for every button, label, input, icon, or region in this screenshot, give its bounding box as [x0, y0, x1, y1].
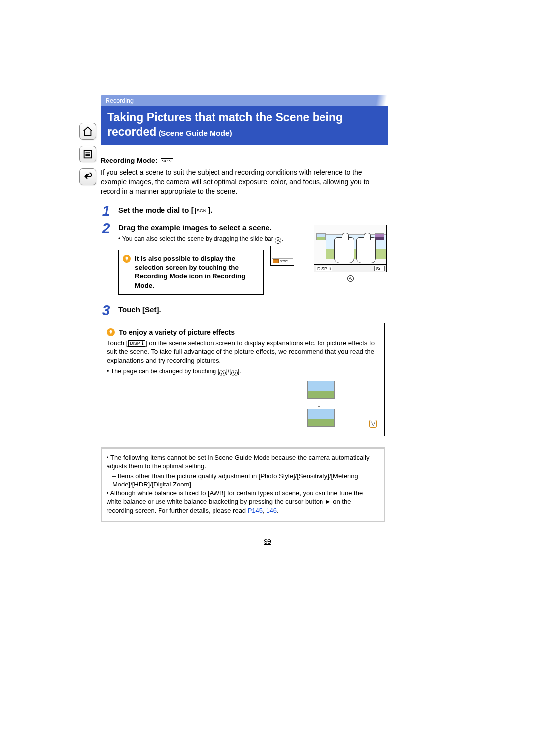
page-link[interactable]: P145: [248, 507, 263, 514]
effects-title: To enjoy a variety of picture effects: [119, 328, 235, 337]
illustration-caption: A: [314, 274, 387, 282]
step-1-title: Set the mode dial to [SCN].: [118, 205, 385, 215]
home-icon[interactable]: [79, 123, 96, 140]
effects-text-b: ] on the scene selection screen to displ…: [107, 339, 374, 365]
callout-a-icon: A: [275, 237, 281, 244]
title-line-1: Taking Pictures that match the Scene bei…: [107, 110, 381, 125]
note-1-sub: Items other than the picture quality adj…: [112, 472, 379, 489]
title-line-2b: (Scene Guide Mode): [156, 129, 232, 137]
recording-mode-label: Recording Mode:: [101, 157, 157, 164]
scene-thumb: [316, 233, 326, 240]
notes-box: The following items cannot be set in Sce…: [101, 447, 385, 522]
step-1-title-a: Set the mode dial to [: [118, 206, 194, 214]
contents-icon[interactable]: [79, 146, 96, 162]
page-change-note: The page can be changed by touching [⋀]/…: [107, 367, 378, 376]
period: .: [277, 507, 279, 514]
page-change-b: ]/[: [226, 368, 231, 375]
scn-mode-icon: SCN: [195, 208, 208, 214]
scene-thumb: [307, 409, 335, 427]
scn-mode-icon: SCN: [160, 158, 173, 164]
page-title: Taking Pictures that match the Scene bei…: [101, 106, 388, 145]
note-1: The following items cannot be set in Sce…: [107, 453, 379, 471]
hint-illustration: SCNY: [270, 246, 294, 266]
step-number: 3: [101, 303, 111, 318]
step-number: 1: [101, 203, 111, 218]
effects-text-a: Touch [: [107, 339, 128, 347]
title-line-2a: recorded: [107, 125, 156, 138]
back-icon[interactable]: [79, 168, 96, 185]
page-number: 99: [0, 538, 535, 545]
page-link[interactable]: 146: [266, 507, 277, 514]
note-2-text: Although white balance is fixed to [AWB]…: [107, 489, 363, 514]
page-content: Recording Taking Pictures that match the…: [101, 95, 388, 522]
step-3: 3 Touch [Set].: [101, 303, 385, 318]
callout-a-icon: A: [347, 275, 354, 282]
effects-illustration: ↓ ⋁: [303, 377, 379, 431]
step-number: 2: [101, 221, 111, 295]
scroll-down-icon: ⋁: [369, 420, 377, 428]
up-icon: ⋀: [219, 370, 226, 376]
drag-illustration: DISP. ℹ Set A: [314, 225, 387, 282]
step-1-title-b: ].: [208, 206, 213, 214]
effects-box: To enjoy a variety of picture effects To…: [101, 323, 385, 436]
hint-box: It is also possible to display the selec…: [118, 250, 264, 295]
down-icon: ⋁: [231, 370, 238, 376]
effects-text: Touch [DISP. ℹ] on the scene selection s…: [107, 339, 378, 365]
bulb-icon: [123, 255, 131, 263]
page-change-c: ].: [238, 368, 241, 375]
mode-icon-chip: [273, 259, 279, 263]
set-button: Set: [374, 266, 385, 271]
step-3-title: Touch [Set].: [118, 305, 385, 315]
breadcrumb: Recording: [101, 95, 388, 106]
step-1: 1 Set the mode dial to [SCN].: [101, 203, 385, 218]
step-2-bullet-text: You can also select the scene by draggin…: [122, 235, 275, 242]
page-change-a: The page can be changed by touching [: [111, 368, 220, 375]
disp-button-icon: DISP. ℹ: [128, 340, 145, 347]
hand-icon: [356, 237, 376, 263]
note-2: Although white balance is fixed to [AWB]…: [107, 489, 379, 515]
hint-text: It is also possible to display the selec…: [135, 254, 258, 290]
hand-icon: [334, 237, 354, 263]
disp-button-icon: DISP. ℹ: [316, 266, 332, 271]
scene-thumb: [307, 381, 335, 399]
intro-text: If you select a scene to suit the subjec…: [101, 168, 385, 196]
bulb-icon: [107, 328, 115, 336]
recording-mode-line: Recording Mode: SCN: [101, 156, 385, 165]
side-nav: [79, 123, 96, 185]
